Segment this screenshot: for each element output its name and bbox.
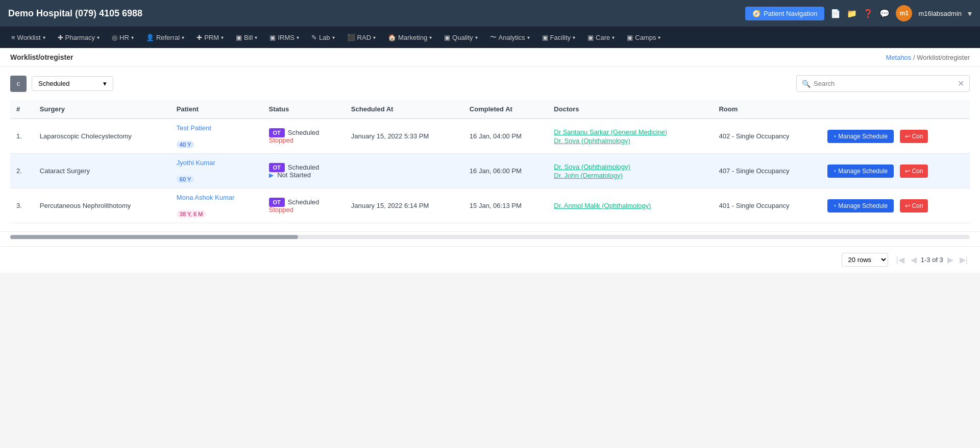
marketing-arrow: ▾: [429, 35, 432, 40]
cell-patient: Jyothi Kumar60 Y: [170, 154, 263, 188]
rows-per-page-select[interactable]: 20 rows 50 rows 100 rows: [842, 253, 888, 267]
prev-page-button[interactable]: ◀: [909, 253, 919, 267]
doctor-link[interactable]: Dr. Anmol Malik (Ophthalmology): [554, 202, 706, 209]
nav-referral[interactable]: 👤 Referral ▾: [141, 30, 189, 45]
con-button[interactable]: ↩ Con: [900, 164, 928, 178]
bill-arrow: ▾: [255, 35, 257, 40]
cell-num: 3.: [10, 188, 34, 223]
status-main: Scheduled: [288, 198, 319, 206]
irms-arrow: ▾: [297, 35, 299, 40]
search-input[interactable]: [814, 80, 954, 87]
nav-marketing[interactable]: 🏠 Marketing ▾: [383, 30, 437, 45]
prm-arrow: ▾: [221, 35, 224, 40]
breadcrumb-metahos-link[interactable]: Metahos: [886, 54, 911, 61]
file-icon[interactable]: 📄: [830, 9, 841, 18]
cell-patient: Test Patient40 Y: [170, 119, 263, 154]
facility-icon: ▣: [542, 34, 548, 41]
help-icon[interactable]: ❓: [863, 9, 873, 18]
nav-bill[interactable]: ▣ Bill ▾: [231, 30, 262, 45]
nav-worklist[interactable]: ≡ Worklist ▾: [6, 30, 51, 45]
nav-lab[interactable]: ✎ Lab ▾: [306, 30, 340, 45]
status-filter-value: Scheduled: [38, 80, 69, 87]
search-container: 🔍 ✕: [796, 75, 970, 92]
nav-quality[interactable]: ▣ Quality ▾: [439, 30, 482, 45]
lab-icon: ✎: [311, 34, 317, 41]
hospital-title: Demo Hospital (079) 4105 6988: [8, 8, 142, 19]
pagination: |◀ ◀ 1-3 of 3 ▶ ▶|: [894, 253, 970, 267]
manage-schedule-button[interactable]: ● Manage Schedule: [827, 164, 894, 178]
nav-camps[interactable]: ▣ Camps ▾: [622, 30, 666, 45]
play-icon: ▶: [269, 172, 274, 179]
col-doctors: Doctors: [548, 100, 713, 119]
status-filter-dropdown[interactable]: Scheduled ▾: [32, 76, 113, 91]
page-info: 1-3 of 3: [921, 256, 943, 264]
secondary-nav: ≡ Worklist ▾ ✚ Pharmacy ▾ ◎ HR ▾ 👤 Refer…: [0, 27, 980, 48]
first-page-button[interactable]: |◀: [894, 253, 906, 267]
ot-badge: OT: [269, 163, 285, 172]
admin-dropdown-icon[interactable]: ▾: [968, 9, 972, 18]
analytics-icon: 〜: [490, 33, 497, 42]
cell-surgery: Percutaneous Nephrolithotomy: [34, 188, 170, 223]
search-icon: 🔍: [802, 80, 811, 88]
table-header-row: # Surgery Patient Status Scheduled At Co…: [10, 100, 970, 119]
col-patient: Patient: [170, 100, 263, 119]
rad-arrow: ▾: [373, 35, 376, 40]
patient-nav-button[interactable]: 🧭 Patient Navigation: [745, 7, 825, 20]
con-button[interactable]: ↩ Con: [900, 130, 928, 143]
breadcrumb-left: Worklist/otregister: [10, 53, 73, 61]
dropdown-chevron-icon: ▾: [103, 80, 107, 87]
table-row: 2.Cataract SurgeryJyothi Kumar60 YOTSche…: [10, 154, 970, 188]
cell-room: 407 - Single Occupancy: [713, 154, 821, 188]
doctor-link[interactable]: Dr. Sova (Ophthalmology): [554, 137, 706, 145]
doctor-link[interactable]: Dr. John (Dermatology): [554, 172, 706, 179]
nav-facility[interactable]: ▣ Facility ▾: [537, 30, 580, 45]
patient-name-link[interactable]: Test Patient: [177, 124, 257, 132]
breadcrumb-bar: Worklist/otregister Metahos / Worklist/o…: [0, 48, 980, 67]
cell-completed-at: 16 Jan, 06:00 PM: [463, 154, 548, 188]
ot-register-table: # Surgery Patient Status Scheduled At Co…: [10, 100, 970, 223]
nav-prm[interactable]: ✚ PRM ▾: [191, 30, 229, 45]
col-completed-at: Completed At: [463, 100, 548, 119]
patient-name-link[interactable]: Jyothi Kumar: [177, 159, 257, 167]
next-page-button[interactable]: ▶: [945, 253, 955, 267]
cell-actions: ● Manage Schedule↩ Con: [821, 188, 970, 223]
doctor-link[interactable]: Dr Santanu Sarkar (General Medicine): [554, 128, 706, 136]
nav-pharmacy[interactable]: ✚ Pharmacy ▾: [53, 30, 105, 45]
doctor-link[interactable]: Dr. Sova (Ophthalmology): [554, 163, 706, 171]
col-scheduled-at: Scheduled At: [345, 100, 463, 119]
analytics-arrow: ▾: [527, 35, 530, 40]
folder-icon[interactable]: 📁: [847, 9, 857, 18]
pharmacy-arrow: ▾: [97, 35, 100, 40]
rad-icon: ⬛: [347, 34, 355, 41]
breadcrumb-right: Metahos / Worklist/otregister: [886, 54, 970, 61]
manage-schedule-button[interactable]: ● Manage Schedule: [827, 130, 894, 143]
clear-search-icon[interactable]: ✕: [958, 79, 964, 88]
nav-care[interactable]: ▣ Care ▾: [582, 30, 620, 45]
filter-toggle-button[interactable]: c: [10, 76, 27, 92]
nav-rad[interactable]: ⬛ RAD ▾: [342, 30, 381, 45]
care-arrow: ▾: [612, 35, 615, 40]
top-bar-right: 🧭 Patient Navigation 📄 📁 ❓ 💬 m1 m16labsa…: [745, 5, 972, 21]
cell-doctors: Dr. Sova (Ophthalmology)Dr. John (Dermat…: [548, 154, 713, 188]
col-status: Status: [263, 100, 345, 119]
status-sub: Stopped: [269, 136, 293, 144]
message-icon[interactable]: 💬: [879, 9, 890, 18]
con-button[interactable]: ↩ Con: [900, 199, 928, 213]
care-icon: ▣: [587, 34, 594, 41]
status-main: Scheduled: [288, 163, 319, 171]
manage-schedule-button[interactable]: ● Manage Schedule: [827, 199, 894, 213]
horizontal-scrollbar[interactable]: [10, 235, 970, 239]
avatar[interactable]: m1: [896, 5, 912, 21]
nav-analytics[interactable]: 〜 Analytics ▾: [485, 29, 535, 46]
nav-irms[interactable]: ▣ IRMS ▾: [264, 30, 304, 45]
status-main: Scheduled: [288, 129, 319, 136]
cell-doctors: Dr. Anmol Malik (Ophthalmology): [548, 188, 713, 223]
cell-scheduled-at: January 15, 2022 6:14 PM: [345, 188, 463, 223]
admin-label: m16labsadmin: [918, 10, 962, 17]
cell-doctors: Dr Santanu Sarkar (General Medicine)Dr. …: [548, 119, 713, 154]
top-bar: Demo Hospital (079) 4105 6988 🧭 Patient …: [0, 0, 980, 27]
nav-hr[interactable]: ◎ HR ▾: [107, 30, 139, 45]
patient-name-link[interactable]: Mona Ashok Kumar: [177, 194, 257, 201]
last-page-button[interactable]: ▶|: [958, 253, 970, 267]
patient-age-badge: 60 Y: [177, 176, 194, 183]
